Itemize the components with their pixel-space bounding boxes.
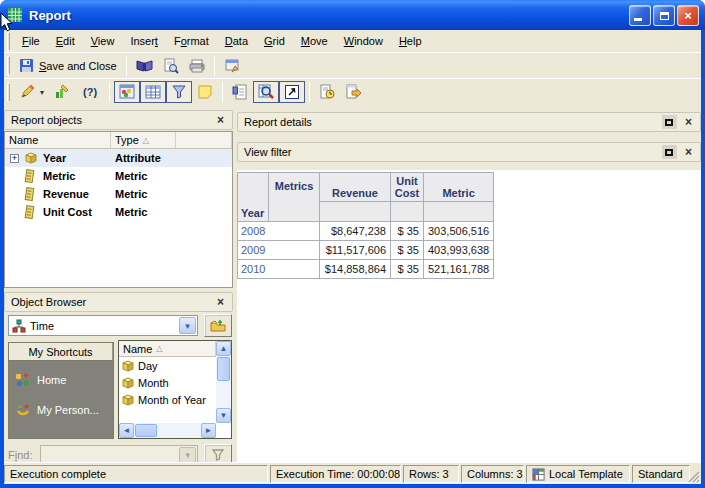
toolbar-separator bbox=[214, 56, 215, 76]
folder-up-button[interactable] bbox=[204, 314, 232, 337]
close-panel-icon[interactable]: × bbox=[215, 295, 226, 309]
minimize-button[interactable] bbox=[629, 5, 651, 26]
menu-view[interactable]: View bbox=[83, 32, 123, 50]
row-header-year[interactable]: 2010 bbox=[238, 260, 320, 279]
print-preview-button[interactable] bbox=[158, 55, 184, 77]
cell-metric[interactable]: 303,506,516 bbox=[424, 222, 494, 241]
menu-insert[interactable]: Insert bbox=[122, 32, 166, 50]
shortcut-home[interactable]: Home bbox=[9, 361, 113, 391]
print-button[interactable] bbox=[184, 55, 210, 77]
scrollbar-thumb[interactable] bbox=[135, 424, 157, 437]
cell-metric[interactable]: 403,993,638 bbox=[424, 241, 494, 260]
horizontal-scrollbar[interactable]: ◄ ► bbox=[119, 423, 216, 438]
save-and-close-button[interactable]: Save and Close bbox=[14, 55, 122, 77]
type-column-header[interactable]: Type△ bbox=[111, 132, 176, 149]
expand-icon[interactable]: + bbox=[10, 154, 19, 163]
autofit-toggle[interactable] bbox=[279, 81, 305, 103]
view-filter-panel[interactable]: View filter × bbox=[237, 142, 701, 162]
properties-button[interactable] bbox=[219, 55, 245, 77]
cell-revenue[interactable]: $11,517,606 bbox=[320, 241, 391, 260]
titlebar[interactable]: Report × bbox=[0, 0, 705, 30]
attribute-cube-icon bbox=[121, 376, 135, 390]
column-header-metric[interactable]: Metric bbox=[424, 173, 494, 202]
menubar-grip[interactable] bbox=[7, 32, 10, 51]
object-browser-header[interactable]: Object Browser × bbox=[4, 292, 233, 312]
report-objects-header[interactable]: Report objects × bbox=[4, 110, 233, 130]
column-header-revenue[interactable]: Revenue bbox=[320, 173, 391, 202]
tree-row-metric[interactable]: Metric Metric bbox=[5, 167, 232, 185]
cell-unit-cost[interactable]: $ 35 bbox=[391, 222, 424, 241]
notes-button[interactable] bbox=[192, 81, 218, 103]
menu-grid[interactable]: Grid bbox=[256, 32, 293, 50]
list-item-month-of-year[interactable]: Month of Year bbox=[119, 391, 216, 408]
vertical-scrollbar[interactable]: ▲ ▼ bbox=[216, 341, 231, 423]
row-header-year[interactable]: 2008 bbox=[238, 222, 320, 241]
cell-unit-cost[interactable]: $ 35 bbox=[391, 241, 424, 260]
main-toolbar: Save and Close bbox=[4, 52, 701, 78]
list-name-column-header[interactable]: Name△ bbox=[119, 341, 216, 357]
scrollbar-thumb[interactable] bbox=[217, 357, 230, 381]
scroll-down-icon[interactable]: ▼ bbox=[216, 408, 231, 423]
menu-file[interactable]: File bbox=[14, 32, 48, 50]
menu-move[interactable]: Move bbox=[293, 32, 336, 50]
close-panel-icon[interactable]: × bbox=[683, 145, 694, 159]
dropdown-arrow-icon[interactable]: ▾ bbox=[179, 317, 196, 334]
menu-help[interactable]: Help bbox=[391, 32, 430, 50]
cell-revenue[interactable]: $14,858,864 bbox=[320, 260, 391, 279]
shortcut-my-personal[interactable]: My Person... bbox=[9, 391, 113, 421]
object-list-header: Name△ bbox=[119, 341, 231, 357]
context-help-button[interactable]: (?) bbox=[75, 83, 105, 101]
menu-data[interactable]: Data bbox=[217, 32, 256, 50]
cell-metric[interactable]: 521,161,788 bbox=[424, 260, 494, 279]
close-panel-icon[interactable]: × bbox=[215, 113, 226, 127]
status-rows: Rows: 3 bbox=[403, 465, 459, 483]
print-preview-icon bbox=[163, 58, 179, 74]
column-header-unit-cost[interactable]: Unit Cost bbox=[391, 173, 424, 202]
design-view-toggle[interactable] bbox=[114, 81, 140, 103]
filter-funnel-icon bbox=[210, 447, 226, 463]
menu-edit[interactable]: Edit bbox=[48, 32, 83, 50]
maximize-button[interactable] bbox=[653, 5, 675, 26]
tree-row-year[interactable]: + Year Attribute bbox=[5, 149, 232, 167]
cell-unit-cost[interactable]: $ 35 bbox=[391, 260, 424, 279]
row-header-year[interactable]: 2009 bbox=[238, 241, 320, 260]
close-panel-icon[interactable]: × bbox=[683, 115, 694, 129]
export-button[interactable] bbox=[340, 81, 366, 103]
report-details-panel[interactable]: Report details × bbox=[237, 112, 701, 132]
scroll-right-icon[interactable]: ► bbox=[201, 423, 216, 438]
maximize-panel-icon[interactable] bbox=[662, 145, 677, 159]
edit-graph-button[interactable] bbox=[49, 81, 75, 103]
tree-row-revenue[interactable]: Revenue Metric bbox=[5, 185, 232, 203]
scroll-up-icon[interactable]: ▲ bbox=[216, 341, 231, 356]
design-mode-button[interactable]: ▾ bbox=[14, 81, 49, 103]
menu-window[interactable]: Window bbox=[336, 32, 391, 50]
report-objects-button[interactable] bbox=[227, 81, 253, 103]
list-item-day[interactable]: Day bbox=[119, 357, 216, 374]
object-name: Year bbox=[43, 152, 66, 164]
scroll-track[interactable] bbox=[158, 423, 201, 438]
maximize-panel-icon[interactable] bbox=[662, 115, 677, 129]
zoom-toggle[interactable] bbox=[253, 81, 279, 103]
components-button[interactable] bbox=[131, 55, 158, 77]
tree-row-unit-cost[interactable]: Unit Cost Metric bbox=[5, 203, 232, 221]
history-button[interactable] bbox=[314, 81, 340, 103]
grid-view-toggle[interactable] bbox=[140, 81, 166, 103]
close-button[interactable]: × bbox=[677, 5, 699, 26]
resize-grip[interactable] bbox=[687, 470, 700, 483]
name-column-header[interactable]: Name bbox=[5, 132, 111, 149]
grid-row-2009: 2009 $11,517,606 $ 35 403,993,638 bbox=[238, 241, 494, 260]
cell-revenue[interactable]: $8,647,238 bbox=[320, 222, 391, 241]
hierarchy-select[interactable]: Time ▾ bbox=[8, 315, 198, 336]
row-axis-header[interactable]: Year bbox=[238, 173, 269, 222]
shortcuts-header[interactable]: My Shortcuts bbox=[9, 343, 113, 361]
toolbar-grip[interactable] bbox=[7, 56, 10, 75]
column-axis-header[interactable]: Metrics bbox=[269, 173, 320, 222]
toolbar-grip[interactable] bbox=[7, 83, 10, 102]
mouse-cursor bbox=[0, 13, 13, 33]
scroll-left-icon[interactable]: ◄ bbox=[119, 423, 134, 438]
list-item-month[interactable]: Month bbox=[119, 374, 216, 391]
report-objects-body: Name Type△ + Year Attribute Metric Metri… bbox=[4, 131, 233, 288]
view-filter-toggle[interactable] bbox=[166, 81, 192, 103]
menu-format[interactable]: Format bbox=[166, 32, 217, 50]
scroll-track[interactable] bbox=[216, 382, 231, 408]
